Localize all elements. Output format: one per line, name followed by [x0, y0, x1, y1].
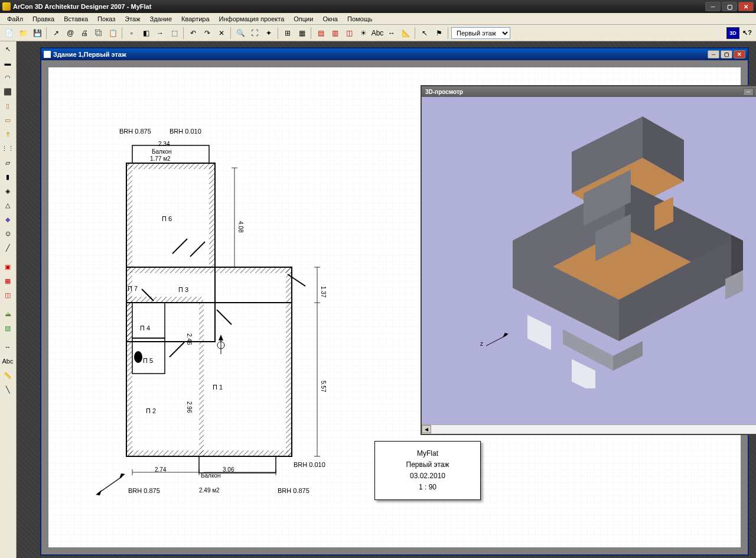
pillar-icon[interactable]: ▮ [1, 170, 14, 183]
doc-close-button[interactable]: ✕ [734, 50, 745, 59]
layer3-icon[interactable]: ◫ [343, 27, 356, 40]
context-help-icon[interactable]: ↖? [741, 27, 754, 40]
tool-4-icon[interactable]: ⬚ [168, 27, 181, 40]
grid-icon[interactable]: ⊞ [281, 27, 294, 40]
delete-icon[interactable]: ✕ [215, 27, 228, 40]
dim-label: 3.06 [223, 466, 234, 473]
tool-2-icon[interactable]: ◧ [139, 27, 152, 40]
layer1-icon[interactable]: ▤ [314, 27, 327, 40]
copy-icon[interactable]: ⿻ [92, 27, 105, 40]
red-tool3-icon[interactable]: ◫ [1, 288, 14, 301]
project-info-box: MyFlat Первый этаж 03.02.2010 1 : 90 [374, 441, 481, 500]
balcony-top-area: 1.77 м2 [150, 155, 171, 162]
floor-icon[interactable]: ▱ [1, 156, 14, 169]
document-icon [44, 51, 51, 58]
menu-edit[interactable]: Правка [28, 14, 59, 24]
3dobj-icon[interactable]: ◈ [1, 184, 14, 197]
ruler-icon[interactable]: 📏 [1, 369, 14, 382]
menu-help[interactable]: Помощь [343, 14, 377, 24]
menu-project-info[interactable]: Информация проекта [214, 14, 289, 24]
menu-view[interactable]: Показ [93, 14, 120, 24]
text-tool-icon[interactable]: Abc [1, 355, 14, 368]
svg-rect-10 [126, 297, 203, 303]
room-label-p7: П 7 [128, 285, 138, 292]
red-tool1-icon[interactable]: ▣ [1, 260, 14, 273]
landscape-icon[interactable]: ▧ [1, 322, 14, 335]
dim-label: 5.57 [320, 381, 327, 392]
red-tool2-icon[interactable]: ▦ [1, 274, 14, 287]
dim-label: 2.34 [158, 141, 170, 147]
undo-icon[interactable]: ↶ [187, 27, 200, 40]
toolbar-separator [230, 27, 232, 39]
paste-icon[interactable]: 📋 [106, 27, 119, 40]
drawing-canvas[interactable]: BRH 0.875 BRH 0.010 [41, 60, 748, 554]
room-label-p4: П 4 [140, 325, 150, 332]
maximize-button[interactable]: ▢ [722, 2, 737, 11]
point-icon[interactable]: ⊙ [1, 227, 14, 240]
text-icon[interactable]: Abc [371, 27, 384, 40]
roof-icon[interactable]: △ [1, 199, 14, 212]
svg-rect-12 [126, 450, 292, 456]
save-icon[interactable]: 💾 [31, 27, 44, 40]
menu-apartment[interactable]: Квартира [177, 14, 214, 24]
grid2-icon[interactable]: ▦ [295, 27, 308, 40]
stairs-icon[interactable]: ⇮ [1, 128, 14, 141]
doc-maximize-button[interactable]: ▢ [721, 50, 732, 59]
brh-label: BRH 0.875 [128, 487, 160, 494]
arc-wall-icon[interactable]: ◠ [1, 71, 14, 84]
aux-line-icon[interactable]: ╲ [1, 383, 14, 396]
scroll-track[interactable] [431, 425, 756, 434]
preview-3d-viewport[interactable]: z [422, 97, 756, 424]
line-icon[interactable]: ╱ [1, 241, 14, 254]
scroll-left-icon[interactable]: ◀ [422, 425, 431, 433]
wall-icon[interactable]: ▬ [1, 57, 14, 70]
preview-titlebar[interactable]: 3D-просмотр ─ ▢ ✕ [422, 86, 756, 97]
redo-icon[interactable]: ↷ [201, 27, 214, 40]
document-titlebar[interactable]: Здание 1,Первый этаж ─ ▢ ✕ [41, 48, 748, 60]
minimize-button[interactable]: ─ [705, 2, 721, 11]
export-icon[interactable]: ↗ [50, 27, 63, 40]
close-button[interactable]: ✕ [738, 2, 754, 11]
preview-scrollbar[interactable]: ◀ ▶ [422, 424, 756, 434]
svg-rect-18 [199, 456, 276, 473]
new-icon[interactable]: 📄 [2, 27, 15, 40]
menu-options[interactable]: Опции [289, 14, 318, 24]
furniture-icon[interactable]: ◆ [1, 213, 14, 226]
pointer2-icon[interactable]: ↖ [418, 27, 431, 40]
zoom-icon[interactable]: 🔍 [234, 27, 247, 40]
dim-label: 4.08 [237, 221, 244, 232]
tool-1-icon[interactable]: ▫ [125, 27, 138, 40]
badge-3d[interactable]: 3D [726, 27, 739, 39]
print-icon[interactable]: 🖨 [78, 27, 91, 40]
menu-floor[interactable]: Этаж [120, 14, 145, 24]
compass-icon[interactable]: ✦ [262, 27, 275, 40]
dim-icon[interactable]: ↔ [385, 27, 398, 40]
layer2-icon[interactable]: ▥ [328, 27, 341, 40]
flag-icon[interactable]: ⚑ [432, 27, 445, 40]
wall2-icon[interactable]: ⬛ [1, 85, 14, 98]
window-icon[interactable]: ▭ [1, 113, 14, 126]
menu-insert[interactable]: Вставка [59, 14, 93, 24]
tool-3-icon[interactable]: → [154, 27, 167, 40]
email-icon[interactable]: @ [64, 27, 77, 40]
svg-text:z: z [480, 340, 483, 347]
sun-icon[interactable]: ☀ [357, 27, 370, 40]
window-controls: ─ ▢ ✕ [705, 2, 754, 11]
floor-select[interactable]: Первый этаж [451, 27, 510, 39]
door-icon[interactable]: ▯ [1, 99, 14, 112]
open-icon[interactable]: 📁 [17, 27, 30, 40]
app-icon [2, 2, 11, 11]
railing-icon[interactable]: ⋮⋮ [1, 142, 14, 155]
dimension-icon[interactable]: ↔ [1, 340, 14, 353]
menu-file[interactable]: Файл [2, 14, 28, 24]
doc-minimize-button[interactable]: ─ [708, 50, 719, 59]
menu-windows[interactable]: Окна [318, 14, 343, 24]
preview-minimize-button[interactable]: ─ [743, 88, 754, 96]
zoom-fit-icon[interactable]: ⛶ [248, 27, 261, 40]
svg-rect-6 [126, 163, 215, 169]
measure-icon[interactable]: 📐 [399, 27, 412, 40]
menu-building[interactable]: Здание [145, 14, 177, 24]
terrain-icon[interactable]: ⛰ [1, 307, 14, 320]
toolbar-separator [46, 27, 47, 39]
pointer-icon[interactable]: ↖ [1, 43, 14, 56]
